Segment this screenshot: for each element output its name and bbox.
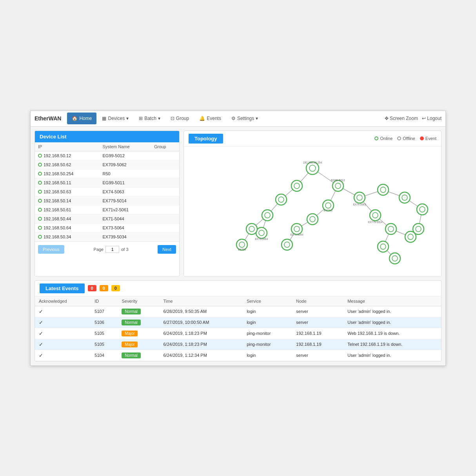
device-group bbox=[151, 214, 179, 223]
device-ip: 192.168.50.254 bbox=[35, 169, 100, 178]
svg-point-51 bbox=[310, 216, 315, 222]
event-message: Web 192.168.1.19 is down. bbox=[343, 328, 441, 339]
device-group bbox=[151, 232, 179, 241]
svg-text:EX71v2: EX71v2 bbox=[324, 209, 333, 212]
status-dot bbox=[38, 154, 42, 158]
topology-title: Topology bbox=[189, 134, 223, 144]
device-table-row[interactable]: 192.168.50.14 EX779-5014 bbox=[35, 196, 179, 205]
device-name: EX709-5062 bbox=[100, 160, 151, 169]
svg-text:EX71-5044: EX71-5044 bbox=[291, 233, 303, 236]
col-time: Time bbox=[160, 296, 243, 306]
device-name: EX739-5034 bbox=[100, 232, 151, 241]
svg-point-43 bbox=[408, 234, 413, 240]
status-dot bbox=[38, 190, 42, 194]
svg-point-65 bbox=[249, 226, 254, 232]
status-dot bbox=[38, 181, 42, 185]
nav-events[interactable]: 🔔 Events bbox=[194, 113, 226, 124]
device-table-row[interactable]: 192.168.50.44 EX71-5044 bbox=[35, 214, 179, 223]
event-message: Telnet 192.168.1.19 is down. bbox=[343, 339, 441, 350]
offline-dot bbox=[397, 136, 401, 140]
online-label: Online bbox=[380, 136, 392, 141]
device-table-row[interactable]: 192.168.50.64 EX73-5064 bbox=[35, 223, 179, 232]
device-ip: 192.168.50.34 bbox=[35, 232, 100, 241]
brand-logo: EtherWAN bbox=[35, 115, 61, 122]
badge-red: 0 bbox=[88, 285, 96, 291]
col-id: ID bbox=[91, 296, 118, 306]
topology-panel: Topology Online Offline Event bbox=[183, 131, 441, 276]
event-ack: ✓ bbox=[35, 339, 91, 350]
devices-icon: ▦ bbox=[102, 116, 106, 121]
device-table-row[interactable]: 192.168.50.254 R50 bbox=[35, 169, 179, 178]
event-ack: ✓ bbox=[35, 317, 91, 328]
next-button[interactable]: Next bbox=[158, 245, 176, 254]
svg-point-59 bbox=[278, 197, 284, 202]
page-info: Page of 3 bbox=[94, 246, 129, 253]
logout-button[interactable]: ↩ Logout bbox=[422, 116, 441, 121]
event-severity: Normal bbox=[118, 317, 159, 328]
event-severity: Normal bbox=[118, 306, 159, 317]
event-table-row: ✓ 5105 Major 6/24/2019, 1:18:23 PM ping-… bbox=[35, 339, 441, 350]
nav-settings[interactable]: ⚙ Settings ▾ bbox=[227, 113, 263, 124]
device-table-row[interactable]: 192.168.50.11 EG99-5011 bbox=[35, 178, 179, 187]
events-panel: Latest Events 0 0 0 Acknowledged ID Seve… bbox=[35, 280, 441, 362]
col-service: Service bbox=[243, 296, 292, 306]
status-dot bbox=[38, 226, 42, 230]
device-name: EX71-5044 bbox=[100, 214, 151, 223]
group-icon: ⊡ bbox=[171, 116, 174, 121]
device-table-row[interactable]: 192.168.50.63 EX74-5063 bbox=[35, 187, 179, 196]
event-severity: Major bbox=[118, 328, 159, 339]
nav-group[interactable]: ⊡ Group bbox=[166, 113, 194, 124]
col-ip: IP bbox=[35, 142, 100, 151]
status-dot bbox=[38, 199, 42, 203]
home-icon: 🏠 bbox=[72, 116, 78, 121]
events-title: Latest Events bbox=[40, 283, 85, 293]
device-ip: 192.168.50.63 bbox=[35, 187, 100, 196]
topology-header: Topology Online Offline Event bbox=[184, 131, 441, 147]
chevron-down-icon: ▾ bbox=[256, 116, 258, 121]
event-id: 5107 bbox=[91, 306, 118, 317]
topology-map[interactable]: 192.168.50.254 EG99-5012 bbox=[184, 147, 441, 276]
nav-menu: 🏠 Home ▦ Devices ▾ ⊞ Batch ▾ ⊡ Group 🔔 E… bbox=[67, 113, 384, 124]
svg-point-63 bbox=[259, 230, 264, 236]
device-group bbox=[151, 160, 179, 169]
device-table: IP System Name Group 192.168.50.12 EG99-… bbox=[35, 142, 179, 242]
events-table: Acknowledged ID Severity Time Service No… bbox=[35, 296, 441, 361]
bell-icon: 🔔 bbox=[199, 116, 205, 121]
col-message: Message bbox=[343, 296, 441, 306]
nav-batch[interactable]: ⊞ Batch ▾ bbox=[134, 113, 165, 124]
nav-home[interactable]: 🏠 Home bbox=[67, 113, 96, 124]
device-ip: 192.168.50.14 bbox=[35, 196, 100, 205]
svg-point-29 bbox=[357, 195, 362, 200]
chevron-down-icon: ▾ bbox=[158, 116, 160, 121]
event-service: login bbox=[243, 306, 292, 317]
event-ack: ✓ bbox=[35, 328, 91, 339]
device-name: R50 bbox=[100, 169, 151, 178]
screen-zoom-button[interactable]: ✥ Screen Zoom bbox=[385, 116, 418, 121]
device-ip: 192.168.50.62 bbox=[35, 160, 100, 169]
prev-button[interactable]: Previous bbox=[38, 245, 64, 254]
event-time: 6/24/2019, 1:18:23 PM bbox=[160, 339, 243, 350]
svg-point-39 bbox=[388, 226, 394, 232]
device-table-row[interactable]: 192.168.50.61 EX71v2-5061 bbox=[35, 205, 179, 214]
event-ack: ✓ bbox=[35, 350, 91, 361]
device-table-row[interactable]: 192.168.50.62 EX709-5062 bbox=[35, 160, 179, 169]
device-name: EX779-5014 bbox=[100, 196, 151, 205]
event-time: 6/24/2019, 1:12:34 PM bbox=[160, 350, 243, 361]
svg-point-61 bbox=[265, 213, 270, 218]
device-table-row[interactable]: 192.168.50.12 EG99-5012 bbox=[35, 151, 179, 160]
event-message: User 'admin' logged in. bbox=[343, 306, 441, 317]
event-ack: ✓ bbox=[35, 306, 91, 317]
event-service: ping-monitor bbox=[243, 328, 292, 339]
nav-right-actions: ✥ Screen Zoom ↩ Logout bbox=[385, 116, 441, 121]
device-group bbox=[151, 187, 179, 196]
device-group bbox=[151, 205, 179, 214]
event-table-row: ✓ 5105 Major 6/24/2019, 1:18:23 PM ping-… bbox=[35, 328, 441, 339]
device-table-row[interactable]: 192.168.50.34 EX739-5034 bbox=[35, 232, 179, 241]
event-service: login bbox=[243, 317, 292, 328]
page-input[interactable] bbox=[105, 246, 119, 253]
event-id: 5104 bbox=[91, 350, 118, 361]
event-message: User 'admin' logged in. bbox=[343, 317, 441, 328]
device-group bbox=[151, 178, 179, 187]
svg-point-33 bbox=[402, 195, 407, 200]
nav-devices[interactable]: ▦ Devices ▾ bbox=[97, 113, 133, 124]
